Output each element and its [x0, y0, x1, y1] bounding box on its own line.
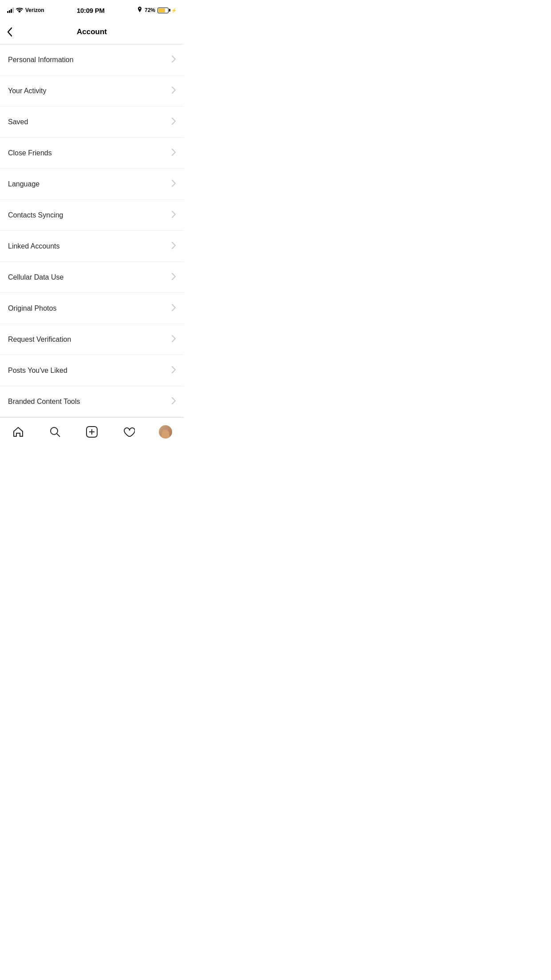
battery-percent: 72%	[145, 7, 155, 13]
menu-item-label-request-verification: Request Verification	[8, 336, 71, 344]
chevron-right-icon	[172, 118, 176, 126]
menu-item-label-your-activity: Your Activity	[8, 87, 47, 95]
menu-item-your-activity[interactable]: Your Activity	[0, 75, 184, 107]
menu-item-linked-accounts[interactable]: Linked Accounts	[0, 231, 184, 262]
menu-item-close-friends[interactable]: Close Friends	[0, 138, 184, 169]
add-icon	[86, 426, 98, 438]
status-bar: Verizon 10:09 PM 72% ⚡	[0, 0, 184, 20]
status-left: Verizon	[7, 7, 44, 14]
tab-home[interactable]	[8, 421, 29, 443]
chevron-right-icon	[172, 366, 176, 375]
chevron-right-icon	[172, 55, 176, 64]
home-icon	[12, 426, 24, 438]
menu-item-label-branded-content-tools: Branded Content Tools	[8, 398, 80, 406]
signal-bars-icon	[7, 8, 14, 13]
status-time: 10:09 PM	[77, 7, 105, 14]
charging-icon: ⚡	[171, 8, 177, 13]
menu-item-personal-information[interactable]: Personal Information	[0, 44, 184, 75]
menu-item-label-cellular-data-use: Cellular Data Use	[8, 273, 63, 281]
chevron-right-icon	[172, 304, 176, 313]
menu-item-label-original-photos: Original Photos	[8, 304, 56, 312]
menu-item-label-linked-accounts: Linked Accounts	[8, 242, 60, 250]
menu-item-label-personal-information: Personal Information	[8, 56, 74, 64]
wifi-icon	[16, 7, 23, 14]
chevron-right-icon	[172, 180, 176, 189]
menu-item-saved[interactable]: Saved	[0, 107, 184, 138]
menu-item-label-close-friends: Close Friends	[8, 149, 52, 157]
nav-header: Account	[0, 20, 184, 44]
search-icon	[49, 426, 61, 438]
svg-line-2	[57, 434, 60, 437]
chevron-right-icon	[172, 242, 176, 251]
account-menu-list: Personal InformationYour ActivitySavedCl…	[0, 44, 184, 417]
menu-item-label-saved: Saved	[8, 118, 28, 126]
menu-item-request-verification[interactable]: Request Verification	[0, 324, 184, 355]
chevron-right-icon	[172, 149, 176, 158]
chevron-right-icon	[172, 211, 176, 220]
tab-profile[interactable]	[155, 421, 176, 443]
heart-icon	[122, 426, 135, 438]
chevron-right-icon	[172, 87, 176, 95]
status-right: 72% ⚡	[137, 7, 177, 14]
menu-item-language[interactable]: Language	[0, 169, 184, 200]
menu-item-contacts-syncing[interactable]: Contacts Syncing	[0, 200, 184, 231]
menu-item-posts-youve-liked[interactable]: Posts You've Liked	[0, 355, 184, 386]
page-title: Account	[77, 28, 107, 36]
menu-item-branded-content-tools[interactable]: Branded Content Tools	[0, 386, 184, 417]
svg-point-0	[19, 12, 20, 12]
menu-item-label-contacts-syncing: Contacts Syncing	[8, 211, 63, 219]
battery-icon	[157, 8, 169, 13]
profile-avatar	[159, 425, 172, 439]
carrier-name: Verizon	[25, 7, 44, 13]
svg-point-1	[51, 427, 58, 435]
menu-item-label-language: Language	[8, 180, 39, 188]
back-button[interactable]	[7, 27, 12, 37]
tab-add[interactable]	[81, 421, 102, 443]
location-icon	[137, 7, 142, 14]
tab-bar	[0, 417, 184, 449]
menu-item-cellular-data-use[interactable]: Cellular Data Use	[0, 262, 184, 293]
menu-item-original-photos[interactable]: Original Photos	[0, 293, 184, 324]
tab-search[interactable]	[44, 421, 66, 443]
chevron-right-icon	[172, 335, 176, 344]
tab-activity[interactable]	[118, 421, 139, 443]
chevron-right-icon	[172, 397, 176, 406]
chevron-right-icon	[172, 273, 176, 282]
menu-item-label-posts-youve-liked: Posts You've Liked	[8, 367, 67, 375]
